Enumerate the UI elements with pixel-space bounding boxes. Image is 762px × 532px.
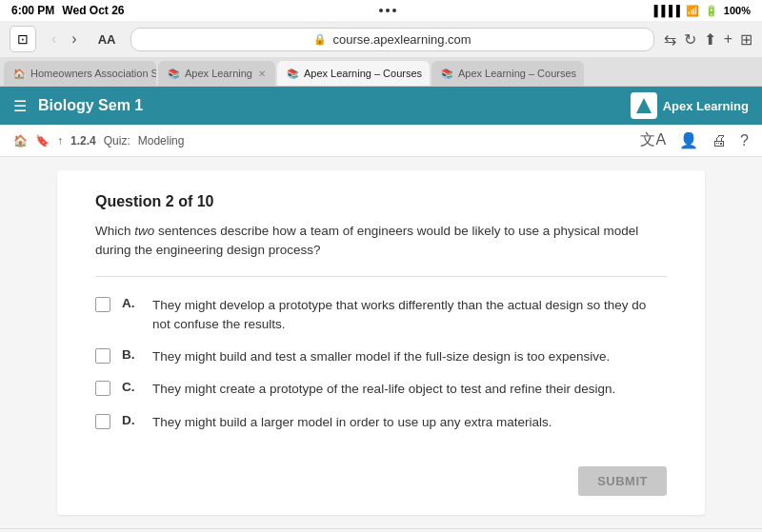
browser-tabs: 🏠 Homeowners Association Services 📚 Apex… — [0, 57, 762, 86]
answer-option-c: C. They might create a prototype of the … — [95, 380, 667, 399]
breadcrumb-topic: Modeling — [138, 134, 185, 148]
forward-button[interactable]: › — [66, 29, 82, 49]
footer-nav: ← PREVIOUS — [0, 528, 762, 532]
accessibility-icon[interactable]: 👤 — [679, 131, 698, 149]
new-tab-button[interactable]: + — [724, 30, 732, 48]
checkbox-b[interactable] — [95, 348, 110, 364]
status-date: Wed Oct 26 — [62, 4, 124, 17]
svg-marker-0 — [636, 98, 652, 113]
answer-text-d: They might build a larger model in order… — [152, 413, 551, 432]
url-text: course.apexlearning.com — [332, 32, 471, 47]
tab-favicon-courses-2: 📚 — [441, 69, 452, 79]
translate-icon[interactable]: 文A — [640, 130, 666, 150]
tab-favicon-homeowners: 🏠 — [13, 69, 25, 79]
print-icon[interactable]: 🖨 — [712, 132, 727, 149]
tab-apex[interactable]: 📚 Apex Learning ✕ — [158, 61, 275, 86]
apex-logo: Apex Learning — [631, 92, 749, 119]
breadcrumb-arrow: ↑ — [57, 134, 63, 148]
content-area: Question 2 of 10 Which two sentences des… — [57, 170, 705, 515]
text-size-button[interactable]: AA — [92, 30, 122, 49]
tab-favicon-courses: 📚 — [287, 69, 298, 79]
menu-icon[interactable]: ☰ — [13, 97, 27, 115]
help-icon[interactable]: ? — [740, 132, 749, 149]
answer-text-a: They might develop a prototype that work… — [152, 296, 667, 335]
answer-letter-b: B. — [122, 347, 141, 362]
wifi-icon: 📶 — [686, 5, 699, 17]
tab-courses-active[interactable]: 📚 Apex Learning – Courses — [277, 61, 430, 86]
tab-label-apex: Apex Learning — [185, 68, 252, 79]
answer-letter-d: D. — [122, 413, 141, 427]
share-button[interactable]: ⬆ — [704, 30, 716, 49]
secondary-nav: 🏠 🔖 ↑ 1.2.4 Quiz: Modeling 文A 👤 🖨 ? — [0, 125, 762, 157]
checkbox-a[interactable] — [95, 297, 110, 312]
app-header: ☰ Biology Sem 1 Apex Learning — [0, 87, 762, 125]
signal-icon: ▐▐▐▐ — [651, 5, 680, 16]
apex-logo-icon — [631, 92, 657, 119]
home-icon[interactable]: 🏠 — [13, 134, 28, 148]
answer-letter-a: A. — [122, 296, 141, 310]
battery-level: 100% — [724, 5, 751, 16]
answer-text-c: They might create a prototype of the rea… — [152, 380, 615, 399]
breadcrumb-number: 1.2.4 — [70, 134, 96, 148]
checkbox-d[interactable] — [95, 414, 110, 429]
scrollable-content: Question 2 of 10 Which two sentences des… — [0, 157, 762, 532]
reader-mode-button[interactable]: ⇆ — [664, 30, 676, 49]
tabs-button[interactable]: ⊞ — [740, 30, 752, 49]
checkbox-c[interactable] — [95, 381, 110, 396]
breadcrumb-type: Quiz: — [104, 134, 130, 148]
submit-area: SUBMIT — [95, 459, 667, 496]
question-header: Question 2 of 10 — [95, 193, 667, 210]
battery-icon: 🔋 — [705, 5, 718, 17]
status-right: ▐▐▐▐ 📶 🔋 100% — [651, 5, 751, 17]
tab-favicon-apex: 📚 — [168, 69, 179, 79]
tab-view-button[interactable]: ⊡ — [10, 26, 36, 52]
app-title: Biology Sem 1 — [38, 97, 143, 114]
answer-option-a: A. They might develop a prototype that w… — [95, 296, 667, 335]
status-dots — [379, 9, 396, 12]
answer-options: A. They might develop a prototype that w… — [95, 296, 667, 432]
refresh-button[interactable]: ↻ — [684, 30, 696, 49]
tab-label-homeowners: Homeowners Association Services — [30, 68, 156, 79]
tab-homeowners[interactable]: 🏠 Homeowners Association Services — [4, 61, 156, 86]
answer-option-d: D. They might build a larger model in or… — [95, 413, 667, 432]
question-emphasis: two — [134, 224, 154, 238]
question-text: Which two sentences describe how a team … — [95, 222, 667, 277]
tab-label-courses: Apex Learning – Courses — [304, 68, 422, 79]
answer-option-b: B. They might build and test a smaller m… — [95, 347, 667, 366]
status-time: 6:00 PM — [11, 4, 54, 17]
address-bar[interactable]: 🔒 course.apexlearning.com — [130, 28, 653, 51]
lock-icon: 🔒 — [313, 33, 327, 46]
tab-close-apex[interactable]: ✕ — [258, 69, 266, 79]
tab-courses-2[interactable]: 📚 Apex Learning – Courses — [431, 61, 584, 86]
answer-letter-c: C. — [122, 380, 141, 394]
bookmark-icon[interactable]: 🔖 — [35, 134, 50, 148]
back-button[interactable]: ‹ — [46, 29, 62, 49]
submit-button[interactable]: SUBMIT — [578, 466, 667, 496]
status-bar: 6:00 PM Wed Oct 26 ▐▐▐▐ 📶 🔋 100% — [0, 0, 762, 21]
answer-text-b: They might build and test a smaller mode… — [152, 347, 610, 366]
tab-label-courses-2: Apex Learning – Courses — [458, 68, 576, 79]
apex-logo-text: Apex Learning — [663, 99, 749, 113]
browser-chrome: ⊡ ‹ › AA 🔒 course.apexlearning.com ⇆ ↻ ⬆… — [0, 21, 762, 87]
